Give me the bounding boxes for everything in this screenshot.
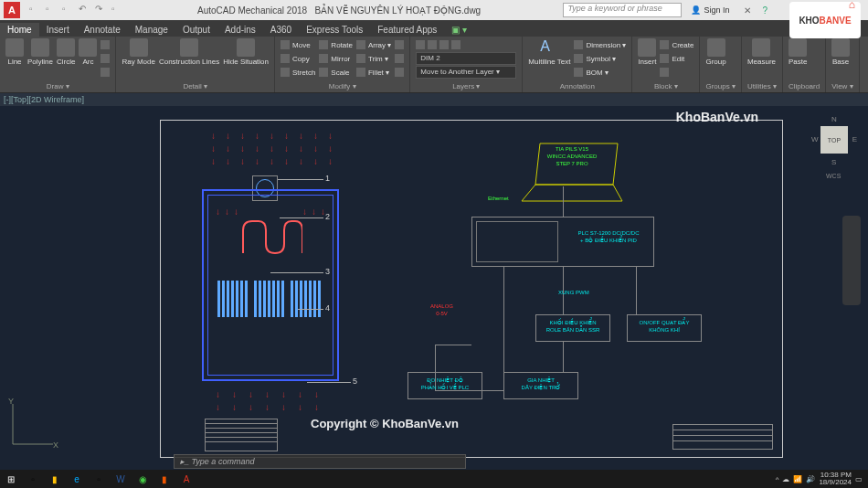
airflow-arrow: ↓	[216, 207, 220, 217]
measure-button[interactable]: Measure	[747, 38, 776, 66]
tab-extra[interactable]: ▣ ▾	[444, 23, 474, 37]
group-button[interactable]: Group	[705, 38, 725, 66]
nav-orbit-icon[interactable]	[842, 281, 861, 300]
create-button[interactable]: Create	[660, 38, 693, 51]
nav-pan-icon[interactable]	[842, 241, 861, 260]
word-icon[interactable]: W	[110, 470, 132, 488]
signin-link[interactable]: 👤 Sign In	[691, 5, 729, 15]
raymode-button[interactable]: Ray Mode	[122, 38, 154, 66]
titlebar: A ▫ ▫ ▫ ↶ ↷ ▫ AutoCAD Mechanical 2018 BẢ…	[0, 0, 868, 20]
stretch-button[interactable]: Stretch	[281, 66, 315, 79]
qat-open-icon[interactable]: ▫	[46, 4, 58, 16]
panel-layers: DIM 2 Move to Another Layer ▾ Layers ▾	[410, 37, 523, 92]
nav-zoom-icon[interactable]	[842, 261, 861, 280]
user-icon: 👤	[691, 5, 701, 15]
airflow-arrow: ↓	[226, 132, 230, 141]
qat-new-icon[interactable]: ▫	[29, 4, 42, 16]
airflow-arrow: ↓	[226, 144, 230, 154]
circle-button[interactable]: Circle	[57, 38, 75, 66]
qat-redo-icon[interactable]: ↷	[95, 4, 108, 16]
qat-plot-icon[interactable]: ▫	[111, 4, 124, 16]
trim-button[interactable]: Trim ▾	[356, 52, 391, 65]
airflow-arrow: ↓	[314, 390, 319, 399]
tab-output[interactable]: Output	[175, 23, 217, 37]
clock[interactable]: 10:38 PM 18/9/2024	[819, 472, 852, 486]
line-button[interactable]: Line	[5, 38, 24, 66]
tab-insert[interactable]: Insert	[39, 23, 77, 37]
airflow-arrow: ↓	[313, 132, 318, 141]
scale-button[interactable]: Scale	[319, 66, 353, 79]
exchange-icon[interactable]: ✕	[744, 5, 751, 16]
tray-sound-icon[interactable]: 🔊	[806, 475, 815, 483]
airflow-arrow: ↓	[240, 132, 245, 141]
dimension-button[interactable]: Dimension ▾	[574, 38, 626, 51]
qat-save-icon[interactable]: ▫	[62, 4, 75, 16]
symbol-button[interactable]: Symbol ▾	[574, 52, 626, 65]
draw-extra[interactable]	[101, 38, 110, 51]
tray-cloud-icon[interactable]: ☁	[782, 475, 789, 483]
airflow-arrow: ↓	[328, 157, 333, 166]
watermark-center: Copyright © KhoBanVe.vn	[311, 417, 459, 430]
command-line[interactable]: ▸_ Type a command	[174, 454, 466, 469]
notification-icon[interactable]: ▭	[855, 475, 863, 483]
bom-button[interactable]: BOM ▾	[574, 66, 626, 79]
mtext-button[interactable]: AMultiline Text	[528, 38, 570, 66]
drawing-canvas[interactable]: KhoBanVe.vn N W E TOP S WCS /* generated…	[0, 106, 868, 470]
qat-undo-icon[interactable]: ↶	[79, 4, 91, 16]
polyline-button[interactable]: Polyline	[27, 38, 53, 66]
tab-manage[interactable]: Manage	[128, 23, 175, 37]
explorer-icon[interactable]: ▮	[44, 470, 66, 488]
help-icon[interactable]: ?	[762, 5, 767, 16]
airflow-arrow: ↓	[284, 157, 289, 166]
conslines-button[interactable]: Construction Lines	[159, 38, 219, 66]
autocad-taskbar-icon[interactable]: A	[175, 470, 197, 488]
windows-taskbar: ⊞ ▫ ▮ e ▫ W ◉ ▮ A ^ ☁ 📶 🔊 10:38 PM 18/9/…	[0, 470, 868, 488]
airflow-arrow: ↓	[232, 403, 237, 412]
app-icon-2[interactable]: ▮	[153, 470, 175, 488]
paste-button[interactable]: Paste	[789, 38, 807, 66]
arc-button[interactable]: Arc	[79, 38, 97, 66]
panel-draw-label: Draw ▾	[5, 82, 110, 90]
tab-home[interactable]: Home	[0, 23, 39, 37]
edge-icon[interactable]: e	[66, 470, 88, 488]
start-button[interactable]: ⊞	[0, 470, 22, 488]
airflow-arrow: ↓	[225, 207, 229, 217]
viewcube[interactable]: N W E TOP S WCS	[811, 115, 857, 179]
layer-combo[interactable]: DIM 2	[416, 52, 516, 65]
viewport-label[interactable]: [-][Top][2D Wireframe]	[0, 93, 868, 106]
copy-button[interactable]: Copy	[281, 52, 315, 65]
array-button[interactable]: Array ▾	[356, 38, 391, 51]
insert-button[interactable]: Insert	[638, 38, 656, 66]
nav-bar[interactable]	[842, 216, 861, 305]
mirror-button[interactable]: Mirror	[319, 52, 353, 65]
tab-addins[interactable]: Add-ins	[217, 23, 263, 37]
hidesit-button[interactable]: Hide Situation	[223, 38, 269, 66]
app-icon-1[interactable]: ◉	[132, 470, 153, 488]
tab-express[interactable]: Express Tools	[299, 23, 370, 37]
airflow-arrow: ↓	[270, 157, 274, 166]
store-icon[interactable]: ▫	[88, 470, 110, 488]
tab-featured[interactable]: Featured Apps	[370, 23, 444, 37]
fillet-button[interactable]: Fillet ▾	[356, 66, 391, 79]
airflow-arrow: ↓	[270, 144, 274, 154]
tray-chevron-icon[interactable]: ^	[776, 475, 779, 483]
app-icon[interactable]: A	[4, 2, 20, 18]
move-button[interactable]: Move	[281, 38, 315, 51]
panel-utilities: Measure Utilities ▾	[742, 37, 783, 92]
nav-wheel-icon[interactable]	[842, 221, 861, 239]
tray-wifi-icon[interactable]: 📶	[793, 475, 802, 483]
edit-button[interactable]: Edit	[660, 52, 693, 65]
layer-move-combo[interactable]: Move to Another Layer ▾	[416, 66, 516, 79]
panel-groups: Group Groups ▾	[700, 37, 741, 92]
airflow-arrow: ↓	[328, 132, 333, 141]
tab-a360[interactable]: A360	[263, 23, 299, 37]
airflow-arrow: ↓	[313, 144, 318, 154]
viewcube-top[interactable]: TOP	[820, 126, 848, 154]
rotate-button[interactable]: Rotate	[319, 38, 353, 51]
taskview-icon[interactable]: ▫	[22, 470, 44, 488]
airflow-arrow: ↓	[284, 132, 289, 141]
help-search[interactable]: Type a keyword or phrase	[563, 3, 682, 17]
tab-annotate[interactable]: Annotate	[77, 23, 128, 37]
base-button[interactable]: Base	[831, 38, 850, 66]
svg-text:X: X	[53, 440, 58, 450]
